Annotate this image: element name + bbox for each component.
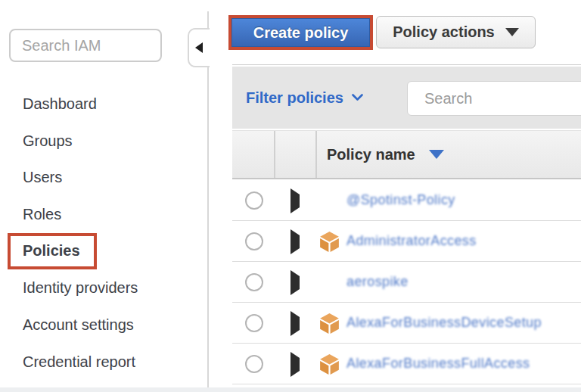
chevron-down-icon	[352, 94, 363, 101]
policy-select-radio[interactable]	[245, 314, 263, 332]
aws-managed-policy-icon	[319, 313, 340, 334]
create-policy-button[interactable]: Create policy	[231, 18, 370, 47]
row-expander[interactable]	[290, 235, 301, 247]
policy-search-box[interactable]	[407, 81, 581, 116]
iam-console-page: Dashboard Groups Users Roles Policies Id…	[0, 0, 581, 392]
table-header: Policy name	[232, 130, 581, 179]
policy-search-input[interactable]	[424, 82, 581, 115]
triangle-right-icon	[290, 188, 300, 213]
triangle-right-icon	[290, 229, 300, 254]
row-expander[interactable]	[290, 317, 301, 329]
sidebar-collapse-tab[interactable]	[188, 28, 210, 67]
triangle-right-icon	[290, 352, 300, 377]
policy-select-radio[interactable]	[245, 191, 263, 210]
sidebar-item-credential-report[interactable]: Credential report	[23, 352, 135, 372]
sort-desc-icon	[429, 150, 444, 159]
policy-name-link[interactable]: AlexaForBusinessFullAccess	[346, 356, 530, 372]
row-expander[interactable]	[290, 194, 301, 207]
triangle-right-icon	[290, 270, 300, 295]
table-row: AdministratorAccess	[232, 221, 581, 262]
column-separator	[315, 131, 317, 178]
row-expander[interactable]	[290, 276, 301, 288]
policy-name-link[interactable]: aerospike	[346, 274, 409, 290]
policy-actions-label: Policy actions	[393, 23, 495, 41]
policy-name-link[interactable]: AlexaForBusinessDeviceSetup	[346, 315, 542, 331]
caret-down-icon	[505, 28, 519, 36]
sidebar-item-groups[interactable]: Groups	[23, 131, 73, 151]
sidebar-item-policies[interactable]: Policies	[23, 241, 80, 260]
column-separator	[274, 131, 275, 178]
sidebar-divider	[207, 11, 209, 387]
sidebar-item-account-settings[interactable]: Account settings	[23, 315, 134, 334]
aws-managed-policy-icon	[319, 354, 340, 375]
policy-name-link[interactable]: @Spotinst-Policy	[346, 192, 455, 208]
sidebar-item-identity-providers[interactable]: Identity providers	[23, 278, 138, 297]
toolbar-divider	[232, 64, 581, 65]
aws-managed-policy-icon	[319, 232, 340, 252]
sidebar-item-dashboard[interactable]: Dashboard	[23, 94, 97, 114]
policy-select-radio[interactable]	[245, 273, 263, 291]
iam-search-input[interactable]	[9, 29, 162, 62]
table-row: aerospike	[232, 262, 581, 303]
policy-name-link[interactable]: AdministratorAccess	[346, 233, 477, 249]
filter-bar: Filter policies	[232, 67, 581, 129]
policy-name-header-label: Policy name	[327, 146, 415, 163]
table-row: AlexaForBusinessFullAccess	[232, 344, 581, 384]
policy-select-radio[interactable]	[245, 232, 263, 250]
table-row: @Spotinst-Policy	[232, 180, 581, 221]
filter-policies-dropdown[interactable]: Filter policies	[246, 67, 363, 129]
collapse-arrow-icon	[195, 42, 203, 53]
bottom-strip	[0, 387, 581, 392]
triangle-right-icon	[290, 311, 300, 336]
create-policy-highlight-box: Create policy	[228, 15, 373, 50]
sidebar-item-users[interactable]: Users	[23, 167, 62, 187]
policy-actions-button[interactable]: Policy actions	[376, 16, 536, 48]
policy-select-radio[interactable]	[245, 355, 263, 373]
table-row: AlexaForBusinessDeviceSetup	[232, 303, 581, 344]
filter-policies-label: Filter policies	[246, 89, 343, 107]
policy-table-body: @Spotinst-Policy AdministratorAccess aer…	[232, 180, 581, 384]
sidebar-item-roles[interactable]: Roles	[23, 204, 61, 224]
row-expander[interactable]	[290, 358, 301, 370]
policy-name-column-header[interactable]: Policy name	[327, 131, 444, 178]
